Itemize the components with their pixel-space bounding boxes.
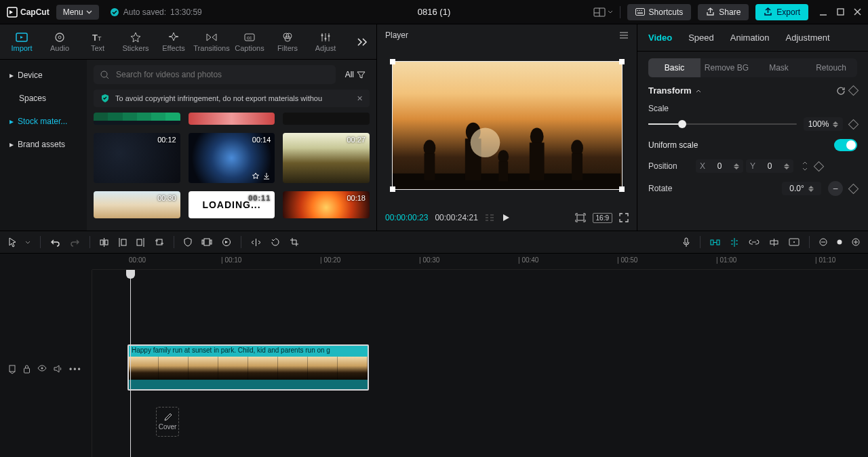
keyframe-button[interactable] <box>848 85 859 96</box>
tab-transitions[interactable]: Transitions <box>193 29 231 55</box>
window-maximize[interactable] <box>837 8 844 16</box>
timeline-tracks[interactable]: Happy family run at sunset in park. Chil… <box>122 270 868 457</box>
aspect-ratio[interactable]: 16:9 <box>593 213 612 223</box>
time-ruler[interactable]: 00:00 | 00:10 | 00:20 | 00:30 | 00:40 | … <box>92 254 868 270</box>
nav-spaces[interactable]: Spaces <box>0 87 87 110</box>
tab-adjust[interactable]: Adjust <box>307 29 344 55</box>
fullscreen-button[interactable] <box>619 213 629 222</box>
resize-handle[interactable] <box>390 59 395 64</box>
uniform-scale-toggle[interactable] <box>834 139 857 151</box>
subtab-mask[interactable]: Mask <box>753 58 805 77</box>
pointer-tool[interactable] <box>8 237 17 247</box>
trim-right-button[interactable] <box>136 237 145 247</box>
pointer-dropdown[interactable] <box>25 241 31 244</box>
media-thumb[interactable] <box>94 113 180 125</box>
shield-button[interactable] <box>184 237 192 247</box>
mirror-button[interactable] <box>251 238 261 247</box>
media-thumb[interactable]: 00:12 <box>94 133 180 183</box>
filter-all[interactable]: All <box>341 67 370 82</box>
keyframe-button[interactable] <box>814 161 825 172</box>
zoom-slider-knob[interactable] <box>837 239 842 245</box>
close-infobar[interactable]: ✕ <box>357 94 363 103</box>
snap-button[interactable] <box>730 237 739 247</box>
trim-left-button[interactable] <box>118 237 127 247</box>
collapse-icon[interactable] <box>696 89 701 93</box>
nav-brand[interactable]: ▸Brand assets <box>0 133 87 156</box>
stepper[interactable] <box>833 121 838 127</box>
mute-icon[interactable] <box>54 365 62 374</box>
keyframe-button[interactable] <box>848 183 859 194</box>
shortcuts-button[interactable]: Shortcuts <box>627 4 692 20</box>
tab-video[interactable]: Video <box>648 33 672 43</box>
resize-handle[interactable] <box>390 186 395 192</box>
tab-animation[interactable]: Animation <box>730 33 770 43</box>
media-thumb[interactable]: 00:18 <box>283 191 370 218</box>
subtab-removebg[interactable]: Remove BG <box>701 58 753 77</box>
redo-button[interactable] <box>70 238 80 247</box>
preview-mode-button[interactable] <box>789 238 800 246</box>
tab-captions[interactable]: ccCaptions <box>231 29 269 55</box>
reset-icon[interactable] <box>836 86 846 96</box>
undo-button[interactable] <box>50 238 60 247</box>
rotate-dial[interactable]: – <box>828 181 843 196</box>
media-thumb[interactable] <box>283 113 370 125</box>
list-icon[interactable] <box>485 214 494 222</box>
tab-text[interactable]: TTText <box>79 29 117 55</box>
window-close[interactable] <box>854 8 861 16</box>
layout-button[interactable] <box>593 7 613 17</box>
tab-audio[interactable]: Audio <box>41 29 79 55</box>
window-minimize[interactable] <box>819 8 827 16</box>
zoom-in[interactable] <box>852 238 860 246</box>
tab-speed[interactable]: Speed <box>688 33 714 43</box>
reverse-button[interactable] <box>222 237 231 247</box>
playhead[interactable] <box>130 270 131 457</box>
export-button[interactable]: Export <box>755 4 808 20</box>
resize-handle[interactable] <box>619 59 625 64</box>
link-stepper-icon[interactable] <box>800 161 808 171</box>
download-icon[interactable] <box>262 172 271 180</box>
star-icon[interactable] <box>252 172 260 180</box>
share-button[interactable]: Share <box>698 4 749 20</box>
frames-button[interactable] <box>201 238 212 246</box>
magnet-button[interactable] <box>710 238 720 247</box>
media-thumb[interactable]: LOADING... 00:11 <box>189 191 275 218</box>
link-button[interactable] <box>749 239 760 245</box>
menu-button[interactable]: Menu <box>56 5 99 20</box>
tab-import[interactable]: Import <box>3 29 41 55</box>
safe-zone-button[interactable] <box>575 213 586 222</box>
media-thumb[interactable] <box>189 113 275 125</box>
position-x[interactable]: X0 <box>696 159 743 173</box>
align-button[interactable] <box>769 238 779 247</box>
tab-stickers[interactable]: Stickers <box>117 29 155 55</box>
mic-button[interactable] <box>682 237 690 247</box>
marker-icon[interactable] <box>8 365 16 374</box>
tab-adjustment[interactable]: Adjustment <box>786 33 830 43</box>
eye-icon[interactable] <box>37 365 47 374</box>
play-button[interactable] <box>501 213 511 222</box>
rotate-tool[interactable] <box>271 237 280 247</box>
media-thumb[interactable]: 00:30 <box>94 191 180 218</box>
resize-handle[interactable] <box>619 186 625 192</box>
media-search[interactable] <box>94 65 336 84</box>
scale-value[interactable]: 100% <box>804 117 843 131</box>
search-input[interactable] <box>115 69 329 80</box>
player-menu[interactable] <box>619 31 629 39</box>
media-thumb[interactable]: 00:14 <box>189 133 275 183</box>
nav-device[interactable]: ▸Device <box>0 64 87 87</box>
split-button[interactable] <box>100 237 108 247</box>
tab-filters[interactable]: Filters <box>269 29 307 55</box>
subtab-basic[interactable]: Basic <box>648 58 701 77</box>
zoom-out[interactable] <box>819 238 827 246</box>
subtab-retouch[interactable]: Retouch <box>805 58 857 77</box>
tab-effects[interactable]: Effects <box>155 29 193 55</box>
position-y[interactable]: Y0 <box>746 159 793 173</box>
crop-button[interactable] <box>155 237 164 247</box>
lock-icon[interactable] <box>23 365 31 374</box>
rotate-value[interactable]: 0.0° <box>782 182 821 195</box>
crop-tool[interactable] <box>290 237 299 247</box>
media-thumb[interactable]: 00:27 <box>283 133 370 183</box>
scale-slider[interactable] <box>648 123 797 125</box>
keyframe-button[interactable] <box>848 119 859 130</box>
tabs-more[interactable] <box>351 37 374 47</box>
nav-stock[interactable]: ▸Stock mater... <box>0 110 87 133</box>
